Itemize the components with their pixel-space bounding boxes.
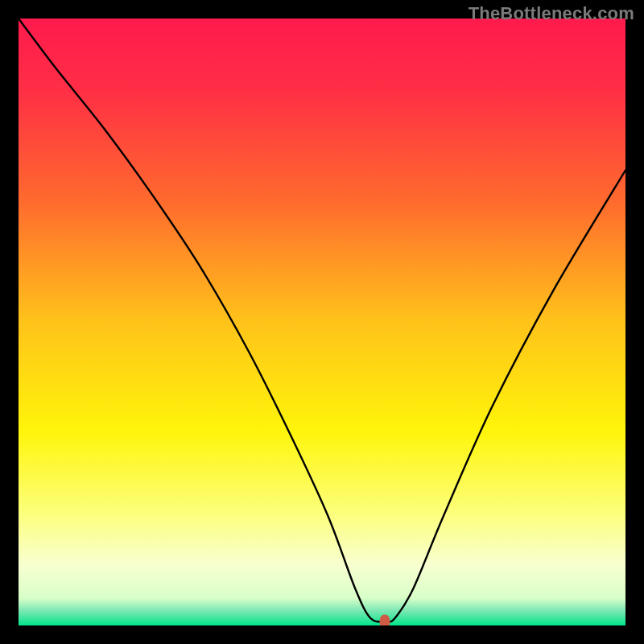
chart-svg — [19, 19, 625, 625]
chart-frame: TheBottleneck.com — [0, 0, 644, 644]
gradient-rect — [19, 19, 625, 625]
plot-area — [19, 19, 625, 625]
bottleneck-marker — [379, 614, 390, 625]
watermark-text: TheBottleneck.com — [469, 3, 634, 24]
